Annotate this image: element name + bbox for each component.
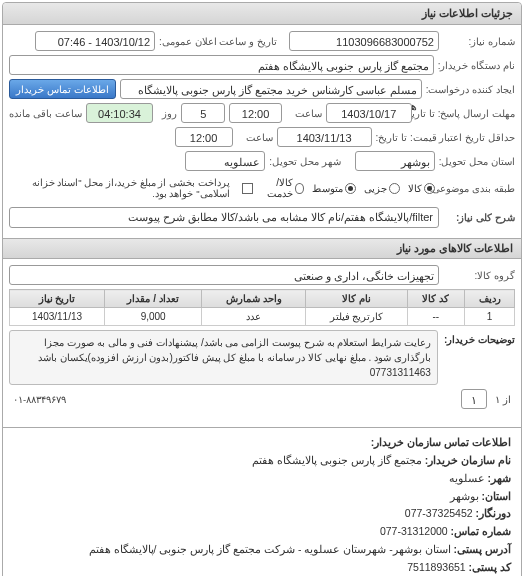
radio-icon bbox=[424, 183, 435, 194]
footer-code: ۰۱-۸۸۳۴۹۶۷۹ bbox=[9, 392, 70, 407]
buyer-org-label: نام دستگاه خریدار: bbox=[438, 60, 515, 71]
items-table: ردیف کد کالا نام کالا واحد شمارش تعداد /… bbox=[9, 289, 515, 326]
pub-date-label: تاریخ و ساعت اعلان عمومی: bbox=[159, 36, 277, 47]
th-name: نام کالا bbox=[306, 290, 407, 308]
check-treasury[interactable] bbox=[242, 183, 253, 194]
sharh-label: شرح کلی نیاز: bbox=[443, 212, 515, 223]
th-qty: تعداد / مقدار bbox=[105, 290, 202, 308]
treasury-note: پرداخت بخشی از مبلغ خرید،از محل "اسناد خ… bbox=[9, 175, 234, 201]
c-fax-label: دورنگار: bbox=[476, 507, 512, 519]
radio-mid[interactable]: متوسط bbox=[312, 183, 356, 194]
hour-label-2: ساعت bbox=[237, 132, 273, 143]
page-input[interactable]: ۱ bbox=[461, 389, 487, 409]
desc-box: رعایت شرایط استعلام به شرح پیوست الزامی … bbox=[9, 330, 438, 385]
checkbox-icon bbox=[242, 183, 253, 194]
buyer-org-field: مجتمع گاز پارس جنوبی پالایشگاه هفتم bbox=[9, 55, 434, 75]
countdown-field: 04:10:34 bbox=[86, 103, 154, 123]
radio-pay[interactable]: کالا/خدمت bbox=[261, 177, 304, 199]
radio-part[interactable]: جزیی bbox=[364, 183, 400, 194]
hour-label-1: ساعت bbox=[286, 108, 322, 119]
cell-name: کارتریج فیلتر bbox=[306, 308, 407, 326]
c-phone-label: شماره تماس: bbox=[451, 525, 511, 537]
credit-time-field: 12:00 bbox=[175, 127, 233, 147]
cell-row: 1 bbox=[465, 308, 515, 326]
city-label: شهر محل تحویل: bbox=[269, 156, 341, 167]
th-date: تاریخ نیاز bbox=[10, 290, 105, 308]
c-city: عسلویه bbox=[449, 472, 485, 484]
radio-all-label: کالا bbox=[408, 183, 422, 194]
c-post: 7511893651 bbox=[407, 561, 465, 573]
th-row: ردیف bbox=[465, 290, 515, 308]
c-prov-label: استان: bbox=[482, 490, 512, 502]
province-label: استان محل تحویل: bbox=[439, 156, 515, 167]
c-org-label: نام سازمان خریدار: bbox=[425, 454, 511, 466]
deadline-time-field: 12:00 bbox=[229, 103, 282, 123]
c-phone: 31312000-077 bbox=[380, 525, 448, 537]
th-code: کد کالا bbox=[407, 290, 465, 308]
pub-date-field: 1403/10/12 - 07:46 bbox=[35, 31, 155, 51]
c-city-label: شهر: bbox=[488, 472, 512, 484]
c-org: مجتمع گاز پارس جنوبی پالایشگاه هفتم bbox=[252, 454, 422, 466]
radio-mid-label: متوسط bbox=[312, 183, 343, 194]
need-no-field: 1103096683000752 bbox=[289, 31, 439, 51]
c-prov: بوشهر bbox=[450, 490, 479, 502]
cell-qty: 9,000 bbox=[105, 308, 202, 326]
cell-date: 1403/11/13 bbox=[10, 308, 105, 326]
page-of: از ۱ bbox=[491, 392, 515, 407]
credit-label: حداقل تاریخ اعتبار قیمت: تا تاریخ: bbox=[376, 132, 515, 143]
c-post-label: کد پستی: bbox=[469, 561, 511, 573]
province-field: بوشهر bbox=[355, 151, 435, 171]
need-no-label: شماره نیاز: bbox=[443, 36, 515, 47]
remain-label: ساعت باقی مانده bbox=[9, 108, 82, 119]
group-label: گروه کالا: bbox=[443, 270, 515, 281]
c-addr-label: آدرس پستی: bbox=[454, 543, 511, 555]
city-field: عسلویه bbox=[185, 151, 265, 171]
contact-block: اطلاعات تماس سازمان خریدار: نام سازمان خ… bbox=[3, 428, 521, 576]
cell-code: -- bbox=[407, 308, 465, 326]
c-addr: استان بوشهر- شهرستان عسلویه - شرکت مجتمع… bbox=[89, 543, 451, 555]
deadline-date-field: 1403/10/17 bbox=[326, 103, 412, 123]
deadline-label: مهلت ارسال پاسخ: تا تاریخ: bbox=[416, 108, 515, 119]
requester-field: مسلم عباسی کارشناس خرید مجتمع گاز پارس ج… bbox=[120, 79, 422, 99]
radio-all[interactable]: کالا bbox=[408, 183, 435, 194]
table-row: 1 -- کارتریج فیلتر عدد 9,000 1403/11/13 bbox=[10, 308, 515, 326]
c-fax: 37325452-077 bbox=[405, 507, 473, 519]
contact-title: اطلاعات تماس سازمان خریدار: bbox=[371, 436, 511, 448]
contact-buyer-button[interactable]: اطلاعات تماس خریدار bbox=[9, 79, 116, 99]
requester-label: ایجاد کننده درخواست: bbox=[426, 84, 515, 95]
th-unit: واحد شمارش bbox=[202, 290, 306, 308]
credit-date-field: 1403/11/13 bbox=[277, 127, 372, 147]
sharh-field: filter/پالایشگاه هفتم/نام کالا مشابه می … bbox=[9, 207, 439, 228]
group-field: تجهیزات خانگی، اداری و صنعتی bbox=[9, 265, 439, 285]
radio-icon bbox=[345, 183, 356, 194]
radio-icon bbox=[389, 183, 400, 194]
pkg-label: طبقه بندی موضوعی: bbox=[443, 183, 515, 194]
desc-label: توضیحات خریدار: bbox=[444, 330, 515, 385]
panel-title: جزئیات اطلاعات نیاز bbox=[3, 3, 521, 25]
radio-part-label: جزیی bbox=[364, 183, 387, 194]
remain-days-field: 5 bbox=[181, 103, 225, 123]
day-label: روز bbox=[157, 108, 177, 119]
radio-pay-label: کالا/خدمت bbox=[261, 177, 294, 199]
radio-icon bbox=[295, 183, 304, 194]
cell-unit: عدد bbox=[202, 308, 306, 326]
items-section-title: اطلاعات کالاهای مورد نیاز bbox=[3, 238, 521, 259]
